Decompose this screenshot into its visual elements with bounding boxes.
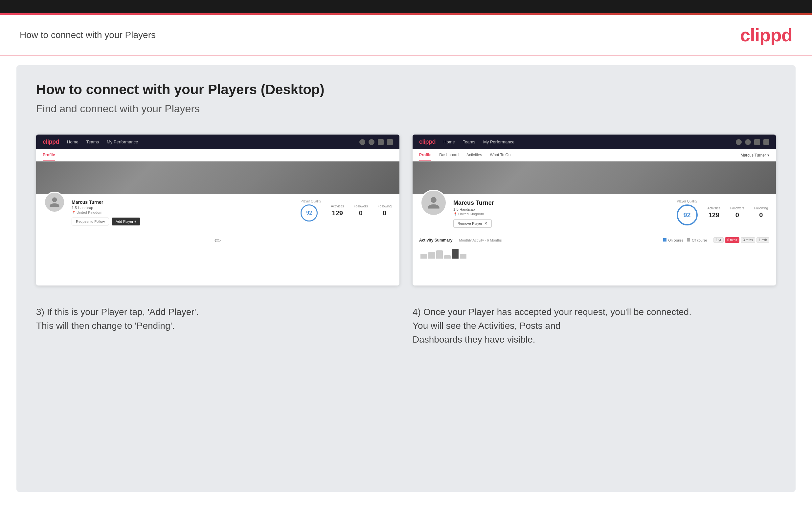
left-quality-label: Player Quality (301, 200, 321, 203)
avatar-icon[interactable] (387, 139, 393, 145)
left-navbar: clippd Home Teams My Performance (36, 134, 399, 149)
caption-left: 3) If this is your Player tap, 'Add Play… (36, 305, 399, 346)
right-avatar (420, 190, 447, 216)
left-avatar (44, 192, 65, 213)
screenshot-right: clippd Home Teams My Performance Profile… (413, 134, 776, 285)
right-hero-image (413, 161, 776, 194)
right-buttons: Remove Player ✕ (453, 219, 670, 228)
right-quality-circle: 92 (677, 205, 698, 225)
captions-row: 3) If this is your Player tap, 'Add Play… (36, 305, 776, 346)
legend-offcourse: Off course (687, 238, 707, 242)
right-profile-area: Marcus Turner 1-5 Handicap 📍 United King… (413, 194, 776, 233)
right-nav-logo: clippd (419, 138, 436, 146)
legend-oncourse: On course (663, 238, 683, 242)
left-profile-info: Marcus Turner 1-5 Handicap 📍 United King… (71, 200, 294, 225)
user-icon[interactable] (368, 139, 374, 145)
on-course-dot (663, 238, 666, 241)
right-activity-header: Activity Summary Monthly Activity · 6 Mo… (419, 237, 769, 243)
left-tab-profile[interactable]: Profile (43, 149, 55, 161)
header: How to connect with your Players clippd (0, 15, 812, 55)
off-course-dot (687, 238, 690, 241)
left-stat-followers: Followers 0 (354, 205, 368, 217)
top-bar (0, 0, 812, 13)
left-player-name: Marcus Turner (71, 200, 294, 205)
right-tab-profile[interactable]: Profile (419, 149, 431, 161)
left-nav-home: Home (67, 139, 79, 145)
right-location: 📍 United Kingdom (453, 212, 670, 216)
right-player-name: Marcus Turner (453, 200, 670, 207)
activity-subtitle: Monthly Activity · 6 Months (459, 238, 502, 242)
right-quality-label: Player Quality (677, 200, 698, 203)
request-follow-button[interactable]: Request to Follow (71, 218, 109, 225)
right-activity-bar: Activity Summary Monthly Activity · 6 Mo… (413, 233, 776, 263)
screenshots-row: clippd Home Teams My Performance Profile (36, 134, 776, 285)
left-handicap: 1-5 Handicap (71, 206, 294, 210)
left-profile-area: Marcus Turner 1-5 Handicap 📍 United King… (36, 194, 399, 231)
main-content: How to connect with your Players (Deskto… (16, 65, 796, 492)
right-stat-followers: Followers 0 (730, 207, 744, 219)
time-btn-3mths[interactable]: 3 mths (741, 237, 755, 243)
left-stat-following: Following 0 (378, 205, 392, 217)
right-tabs: Profile Dashboard Activities What To On … (413, 149, 776, 161)
left-location: 📍 United Kingdom (71, 210, 294, 214)
activity-chart (419, 245, 769, 259)
left-buttons: Request to Follow Add Player + (71, 218, 294, 225)
left-hero-image (36, 161, 399, 194)
time-btn-1mth[interactable]: 1 mth (757, 237, 769, 243)
right-avatar-icon[interactable] (763, 139, 769, 145)
left-nav-icons (359, 139, 393, 145)
right-navbar: clippd Home Teams My Performance (413, 134, 776, 149)
add-player-button[interactable]: Add Player + (112, 218, 140, 225)
right-profile-info: Marcus Turner 1-5 Handicap 📍 United King… (453, 200, 670, 228)
left-stat-activities: Activities 129 (331, 205, 344, 217)
footer: Copyright Clippd 2022 (0, 502, 812, 507)
left-nav-logo: clippd (43, 138, 59, 146)
left-quality-circle: 92 (301, 205, 318, 222)
right-search-icon[interactable] (736, 139, 742, 145)
activity-legend: On course Off course (663, 238, 707, 242)
right-nav-teams: Teams (463, 139, 475, 145)
time-btn-6mths[interactable]: 6 mths (725, 237, 740, 243)
left-tabs: Profile (36, 149, 399, 161)
left-nav-performance: My Performance (107, 139, 138, 145)
right-quality: Player Quality 92 (677, 200, 698, 225)
right-tab-what-to-on[interactable]: What To On (490, 149, 510, 161)
right-stats: Player Quality 92 Activities 129 Followe… (677, 200, 768, 225)
activity-title: Activity Summary (419, 238, 452, 242)
left-stats: Player Quality 92 Activities 129 Followe… (301, 200, 392, 222)
right-tab-dashboard[interactable]: Dashboard (439, 149, 459, 161)
page-subheading: Find and connect with your Players (36, 103, 776, 115)
screenshot-left: clippd Home Teams My Performance Profile (36, 134, 399, 285)
left-pencil-area: ✏ (36, 231, 399, 250)
header-title: How to connect with your Players (20, 30, 156, 40)
page-heading: How to connect with your Players (Deskto… (36, 82, 776, 98)
clippd-logo: clippd (740, 24, 792, 46)
settings-icon[interactable] (378, 139, 384, 145)
right-nav-performance: My Performance (483, 139, 514, 145)
right-settings-icon[interactable] (754, 139, 760, 145)
caption-right: 4) Once your Player has accepted your re… (413, 305, 776, 346)
right-stat-activities: Activities 129 (708, 207, 720, 219)
search-icon[interactable] (359, 139, 365, 145)
chevron-down-icon: ▾ (767, 153, 769, 158)
time-buttons: 1 yr 6 mths 3 mths 1 mth (713, 237, 769, 243)
right-nav-icons (736, 139, 769, 145)
right-player-dropdown[interactable]: Marcus Turner ▾ (741, 153, 769, 158)
right-nav-home: Home (444, 139, 455, 145)
left-quality: Player Quality 92 (301, 200, 321, 222)
close-icon: ✕ (484, 221, 488, 226)
right-handicap: 1-5 Handicap (453, 208, 670, 211)
right-tab-activities[interactable]: Activities (466, 149, 482, 161)
right-stat-following: Following 0 (754, 207, 768, 219)
pencil-icon: ✏ (214, 236, 221, 245)
remove-player-button[interactable]: Remove Player ✕ (453, 219, 492, 228)
left-nav-teams: Teams (86, 139, 99, 145)
right-user-icon[interactable] (745, 139, 751, 145)
time-btn-1yr[interactable]: 1 yr (713, 237, 724, 243)
